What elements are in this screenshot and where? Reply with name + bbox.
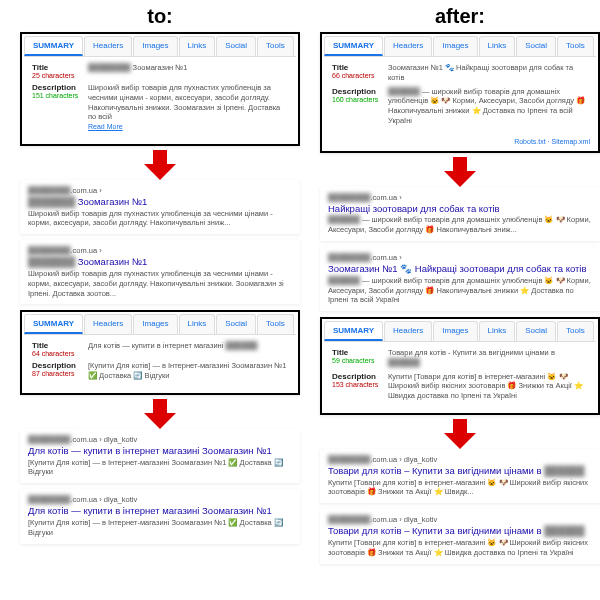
panel-before-home: SUMMARY Headers Images Links Social Tool… (20, 32, 300, 146)
serp-desc: Широкий вибір товарів для пухнастих улюб… (28, 269, 292, 298)
tab-social[interactable]: Social (216, 36, 256, 56)
panel-before-cats: SUMMARY Headers Images Links Social Tool… (20, 310, 300, 395)
serp-card: ████████.com.ua › dlya_kotiv Товари для … (320, 449, 600, 503)
serp-card: ████████.com.ua › Найкращі зоотовари для… (320, 187, 600, 241)
column-after: after: SUMMARY Headers Images Links Soci… (320, 0, 600, 570)
tab-links[interactable]: Links (179, 36, 216, 56)
tab-tools[interactable]: Tools (257, 36, 294, 56)
serp-desc: Широкий вибір товарів для пухнастих улюб… (28, 209, 292, 229)
tab-images[interactable]: Images (133, 36, 177, 56)
tabs: SUMMARY Headers Images Links Social Tool… (24, 36, 296, 57)
serp-card: ████████.com.ua › dlya_kotiv Товари для … (320, 509, 600, 563)
serp-card: ████████.com.ua › ███████ Зоомагазин №1 … (20, 180, 300, 234)
footer-links[interactable]: Robots.txt · Sitemap.xml (324, 136, 596, 149)
arrow-icon (320, 419, 600, 449)
header-after: after: (320, 0, 600, 32)
arrow-icon (20, 150, 300, 180)
desc-chars: 151 characters (32, 92, 88, 99)
serp-card: ████████.com.ua › dlya_kotiv Для котів —… (20, 489, 300, 543)
desc-value: Широкий вибір товарів для пухнастих улюб… (88, 83, 280, 121)
column-to: to: SUMMARY Headers Images Links Social … (20, 0, 300, 550)
read-more[interactable]: Read More (88, 123, 123, 130)
arrow-icon (320, 157, 600, 187)
desc-label: Description (32, 83, 88, 92)
serp-title[interactable]: ███████ Зоомагазин №1 (28, 196, 292, 208)
blurred-brand: ████████ (88, 63, 131, 72)
serp-title[interactable]: ███████ Зоомагазин №1 (28, 256, 292, 268)
serp-card: ████████.com.ua › ███████ Зоомагазин №1 … (20, 240, 300, 304)
serp-card: ████████.com.ua › dlya_kotiv Для котів —… (20, 429, 300, 483)
tab-summary[interactable]: SUMMARY (24, 36, 83, 56)
tab-headers[interactable]: Headers (84, 36, 132, 56)
title-chars: 25 characters (32, 72, 88, 79)
arrow-icon (20, 399, 300, 429)
panel-after-home: SUMMARY Headers Images Links Social Tool… (320, 32, 600, 153)
title-value: Зоомагазин №1 (133, 63, 188, 72)
panel-after-cats: SUMMARY Headers Images Links Social Tool… (320, 317, 600, 415)
title-label: Title (32, 63, 88, 72)
serp-card: ████████.com.ua › Зоомагазин №1 🐾 Найкра… (320, 247, 600, 311)
header-to: to: (20, 0, 300, 32)
